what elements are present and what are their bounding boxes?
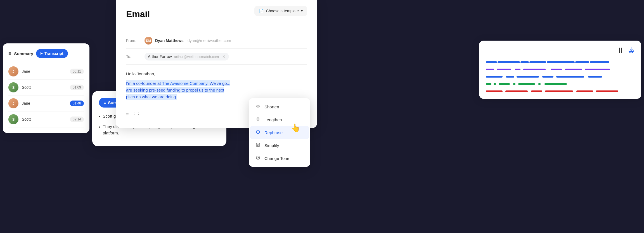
waveform-bar <box>486 61 497 63</box>
sender-email: dyan@merriweather.com <box>188 38 231 43</box>
speaker-row: S Scott 02:14 <box>8 111 84 127</box>
choose-template-button[interactable]: 📄 Choose a template ▾ <box>254 6 307 16</box>
footer-icons: ≡ ⋮⋮ <box>126 112 141 117</box>
speaker-row: J Jane 00:11 <box>8 64 84 80</box>
speaker-row: J Jane 01:48 <box>8 95 84 111</box>
waveform-bar <box>498 61 520 63</box>
dropdown-item-change-tone[interactable]: Change Tone <box>250 152 309 165</box>
sender-info: DM Dyan Matthews dyan@merriweather.com <box>145 37 231 45</box>
dropdown-item-simplify[interactable]: Simplify <box>250 139 309 152</box>
rephrase-label: Rephrase <box>264 130 283 135</box>
waveform-bar <box>565 69 582 70</box>
sender-avatar: DM <box>145 37 152 45</box>
waveform-bar <box>529 61 546 63</box>
speaker-row: S Scott 01:09 <box>8 80 84 95</box>
time-badge: 02:14 <box>70 116 84 122</box>
waveform-bar <box>506 76 514 78</box>
waveform-bar <box>486 83 491 85</box>
email-body: Hello Jonathan, I'm a co-founder at The … <box>126 71 307 100</box>
waveform-row <box>486 82 634 86</box>
waveform-dot <box>513 83 515 85</box>
waveform-bar <box>505 90 528 92</box>
waveform-bar <box>517 76 539 78</box>
right-waveform-panel <box>479 41 641 99</box>
summary-tab-inactive[interactable]: Summary <box>14 51 33 56</box>
waveform-container <box>486 60 634 93</box>
highlighted-text-2: are seeking pre-seed funding to propel u… <box>126 87 224 93</box>
left-panel-header: ≡ Summary Transcript <box>8 49 84 58</box>
ai-dropdown-menu: Shorten Lengthen Rephrase Simplify <box>249 98 310 167</box>
transcript-tab-active[interactable]: Transcript <box>36 49 68 58</box>
speaker-name: Scott <box>22 117 67 122</box>
time-badge-active: 01:48 <box>70 101 84 106</box>
avatar: J <box>8 66 18 76</box>
waveform-bar <box>576 90 593 92</box>
waveform-bar <box>575 61 589 63</box>
pause-bar-2 <box>621 48 622 53</box>
right-panel-header <box>486 46 634 55</box>
menu-icon[interactable]: ≡ <box>8 51 11 57</box>
waveform-bar <box>588 76 602 78</box>
recipient-email: arthur@wellnessmatch.com <box>174 55 219 59</box>
waveform-dot <box>538 83 541 85</box>
from-label: From: <box>126 38 140 43</box>
waveform-row <box>486 67 634 71</box>
left-transcript-panel: ≡ Summary Transcript J Jane 00:11 S Scot… <box>3 43 89 133</box>
waveform-bar <box>486 90 503 92</box>
waveform-row <box>486 89 634 93</box>
waveform-bar <box>596 90 618 92</box>
waveform-bar <box>547 61 575 63</box>
simplify-icon <box>255 142 261 148</box>
waveform-bar <box>486 76 503 78</box>
waveform-bar <box>590 61 609 63</box>
time-badge: 00:11 <box>70 69 84 74</box>
email-text: I'm a co-founder at The Awesome Company.… <box>126 80 307 100</box>
speaker-name: Jane <box>22 69 67 74</box>
email-greeting: Hello Jonathan, <box>126 71 307 76</box>
email-title: Email <box>126 9 150 19</box>
waveform-bar <box>515 69 520 70</box>
list-format-icon[interactable]: ≡ <box>126 112 129 117</box>
from-field: From: DM Dyan Matthews dyan@merriweather… <box>126 33 307 49</box>
waveform-bar <box>551 69 562 70</box>
waveform-bar <box>523 69 546 70</box>
waveform-bar <box>542 76 553 78</box>
waveform-bar <box>545 90 573 92</box>
waveform-bar <box>518 83 535 85</box>
list-icon: ≡ <box>104 101 106 105</box>
pause-button[interactable] <box>619 48 622 53</box>
waveform-row <box>486 60 634 64</box>
to-label: To: <box>126 54 140 59</box>
lengthen-label: Lengthen <box>264 117 282 122</box>
speaker-name: Jane <box>22 101 67 106</box>
waveform-bar <box>499 83 510 85</box>
avatar: S <box>8 114 18 124</box>
waveform-bar <box>520 61 529 63</box>
chevron-down-icon: ▾ <box>301 9 303 13</box>
pause-bar-1 <box>619 48 620 53</box>
remove-recipient-button[interactable]: ✕ <box>222 54 226 59</box>
avatar: J <box>8 98 18 108</box>
dropdown-item-lengthen[interactable]: Lengthen <box>250 113 309 126</box>
waveform-bar <box>486 69 494 70</box>
bullet-format-icon[interactable]: ⋮⋮ <box>132 112 141 117</box>
dropdown-item-rephrase[interactable]: Rephrase <box>250 126 309 139</box>
highlighted-text: I'm a co-founder at The Awesome Company.… <box>126 80 230 86</box>
simplify-label: Simplify <box>264 143 279 148</box>
sender-name: Dyan Matthews <box>155 38 184 43</box>
recipient-name: Arthur Farrow <box>148 54 172 59</box>
avatar: S <box>8 82 18 92</box>
to-field: To: Arthur Farrow arthur@wellnessmatch.c… <box>126 49 307 65</box>
highlighted-text-3: pitch on what we are doing. <box>126 94 177 100</box>
change-tone-label: Change Tone <box>264 156 289 161</box>
company-link[interactable]: The Awesome Company <box>162 81 207 86</box>
waveform-bar <box>556 76 584 78</box>
waveform-bar <box>585 69 610 70</box>
speaker-name: Scott <box>22 85 67 90</box>
time-badge: 01:09 <box>70 85 84 90</box>
document-icon: 📄 <box>259 9 264 13</box>
dropdown-item-shorten[interactable]: Shorten <box>250 100 309 113</box>
recipient-chip: Arthur Farrow arthur@wellnessmatch.com ✕ <box>145 53 229 60</box>
waveform-bar <box>531 90 542 92</box>
download-button[interactable] <box>628 46 634 55</box>
